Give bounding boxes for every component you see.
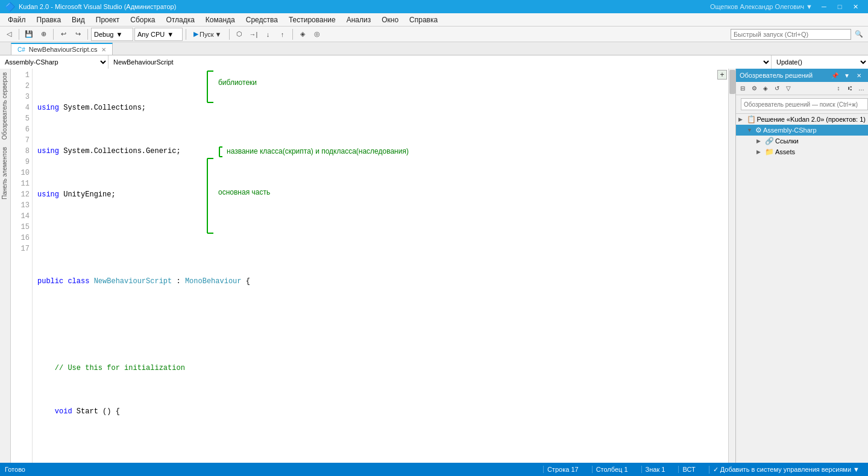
tab-bar: C# NewBehaviourScript.cs ✕ [0,42,868,55]
se-git-button[interactable]: ⑆ [844,83,855,94]
row-value: 17 [571,466,578,473]
attach-button[interactable]: ⬡ [233,28,246,41]
se-sync-button[interactable]: ↕ [833,83,844,94]
sep3 [87,29,88,40]
tab-icon: C# [17,46,25,53]
menu-window[interactable]: Окно [376,14,404,26]
col-label: Столбец [596,466,623,473]
line-num-9: 9 [13,157,30,168]
maximize-button[interactable]: □ [832,1,848,13]
references-chevron: ▶ [756,138,764,144]
line-numbers: 1 2 3 4 5 6 7 8 9 10 11 12 13 14 15 16 1… [11,69,33,463]
play-icon: ▶ [193,30,198,38]
sep1 [19,29,19,40]
tree-solution-root[interactable]: ▶ 📋 Решение «Kudan 2.0» (проектов: 1) [736,114,868,125]
diagnostic-button[interactable]: ◎ [310,28,324,41]
status-encoding: ВСТ [678,466,699,473]
save-all-button[interactable]: ⊕ [37,28,50,41]
status-vcs[interactable]: ✓ Добавить в систему управления версиями… [709,466,863,474]
menu-analyze[interactable]: Анализ [341,14,377,26]
play-label: Пуск [200,31,214,38]
se-collapse-button[interactable]: ⊟ [737,83,748,94]
menu-edit[interactable]: Правка [31,14,67,26]
minimize-button[interactable]: ─ [816,1,832,13]
step-out-button[interactable]: ↑ [276,28,289,41]
add-editor-button[interactable]: + [717,70,727,80]
se-filter-button[interactable]: ▽ [783,83,794,94]
scrollbar-thumb[interactable] [729,70,735,94]
editor-scrollbar[interactable] [728,69,735,463]
menu-team[interactable]: Команда [200,14,241,26]
solution-label: Решение «Kudan 2.0» (проектов: 1) [757,116,866,123]
line-num-4: 4 [13,102,30,113]
menu-project[interactable]: Проект [90,14,125,26]
redo-button[interactable]: ↪ [71,28,84,41]
assembly-chevron: ▼ [747,127,754,133]
menu-test[interactable]: Тестирование [283,14,341,26]
play-button[interactable]: ▶ Пуск ▼ [189,28,226,41]
class-select[interactable]: NewBehaviourScript [108,55,772,69]
build-config-dropdown[interactable]: Debug ▼ [91,28,133,41]
quick-launch-input[interactable] [731,29,851,40]
quicklaunch-search-button[interactable]: 🔍 [852,28,866,41]
code-line-2: using System.Collections.Generic; [37,146,723,157]
se-more-button[interactable]: … [856,83,867,94]
menu-build[interactable]: Сборка [125,14,160,26]
address-bar: Assembly-CSharp NewBehaviourScript Updat… [0,55,868,69]
undo-back-button[interactable]: ◁ [2,28,16,41]
save-button[interactable]: 💾 [22,28,36,41]
tab-close-button[interactable]: ✕ [101,46,106,53]
sep5 [229,29,230,40]
se-show-all-button[interactable]: ◈ [760,83,771,94]
file-tab-newbehaviour[interactable]: C# NewBehaviourScript.cs ✕ [11,43,113,55]
line-num-3: 3 [13,92,30,102]
step-into-button[interactable]: ↓ [262,28,275,41]
status-bar: Готово Строка 17 Столбец 1 Знак 1 ВСТ ✓ … [0,463,868,476]
line-num-8: 8 [13,146,30,157]
line-num-16: 16 [13,233,30,243]
se-close-button[interactable]: ✕ [854,70,864,81]
user-name: Ощепков Александр Олегович ▼ [706,1,816,13]
references-label: Ссылки [775,137,799,145]
menu-debug[interactable]: Отладка [160,14,200,26]
library-annotation-label: библиотеки [218,77,257,88]
solution-search-input[interactable] [741,98,868,110]
code-editor[interactable]: 1 2 3 4 5 6 7 8 9 10 11 12 13 14 15 16 1… [11,69,735,463]
code-line-6 [37,319,723,330]
tree-assembly-csharp[interactable]: ▼ ⚙ Assembly-CSharp [736,125,868,136]
step-over-button[interactable]: →| [247,28,260,41]
line-num-14: 14 [13,211,30,222]
platform-dropdown[interactable]: Any CPU ▼ [134,28,183,41]
left-panel: Обозреватель серверов Панель элементов [0,69,11,463]
close-button[interactable]: ✕ [848,1,863,13]
se-pin-button[interactable]: 📌 [829,70,840,81]
tree-references[interactable]: ▶ 🔗 Ссылки [736,136,868,146]
code-line-9 [37,449,723,460]
solution-icon: 📋 [747,115,756,124]
server-explorer-tab[interactable]: Обозреватель серверов [0,69,10,143]
se-dropdown-button[interactable]: ▼ [841,70,852,81]
namespace-select[interactable]: Assembly-CSharp [0,55,108,69]
undo-button[interactable]: ↩ [57,28,70,41]
menu-bar: Файл Правка Вид Проект Сборка Отладка Ко… [0,13,868,27]
window-controls: Ощепков Александр Олегович ▼ ─ □ ✕ [706,1,863,13]
char-value: 1 [661,466,665,473]
se-properties-button[interactable]: ⚙ [749,83,760,94]
menu-help[interactable]: Справка [404,14,443,26]
main-layout: Обозреватель серверов Панель элементов 1… [0,69,868,463]
method-select[interactable]: Update() [772,55,868,69]
debug-arrow: ▼ [116,31,122,38]
tree-assets[interactable]: ▶ 📁 Assets [736,146,868,157]
solution-explorer-toolbar: ⊟ ⚙ ◈ ↺ ▽ ↕ ⑆ … [736,82,868,95]
code-line-4 [37,233,723,243]
menu-tools[interactable]: Средства [241,14,283,26]
se-refresh-button[interactable]: ↺ [772,83,782,94]
toolbox-tab[interactable]: Панель элементов [0,143,10,203]
menu-view[interactable]: Вид [66,14,90,26]
cpu-arrow: ▼ [167,31,174,38]
code-content[interactable]: using System.Collections; using System.C… [33,69,728,463]
line-num-11: 11 [13,178,30,189]
assets-label: Assets [775,148,795,155]
menu-file[interactable]: Файл [2,14,31,26]
perf-button[interactable]: ◈ [296,28,309,41]
